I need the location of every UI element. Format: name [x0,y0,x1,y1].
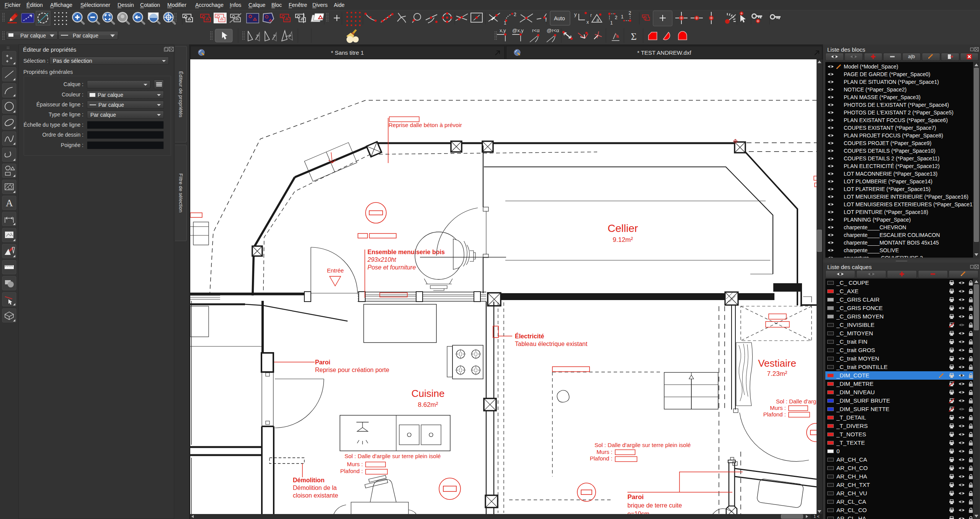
svg-text:9.12m²: 9.12m² [613,236,633,243]
svg-text:A: A [6,197,13,209]
svg-text:r: r [590,13,592,18]
svg-text:Tableau électrique existant: Tableau électrique existant [515,341,588,347]
svg-text:Murs :: Murs : [347,461,363,467]
svg-text:Plafond :: Plafond : [763,411,786,418]
svg-text:Plafond :: Plafond : [340,468,363,474]
svg-text:brique de terre cuite: brique de terre cuite [627,502,682,509]
svg-text:Reprise pour création porte: Reprise pour création porte [315,367,389,373]
svg-text:Électricité: Électricité [515,333,544,339]
svg-text:Cellier: Cellier [608,222,638,234]
svg-text:x: x [586,19,589,25]
svg-text:8.62m²: 8.62m² [418,401,438,408]
svg-text:2: 2 [629,10,631,16]
svg-text:Vestiaire: Vestiaire [758,357,796,369]
svg-text:x,y: x,y [500,28,506,33]
svg-text:Ensemble menuiserie bois: Ensemble menuiserie bois [368,249,445,255]
svg-text:Sol : Dalle d'argile sur terre: Sol : Dalle d'argile sur terre plein iso… [595,442,691,448]
svg-text:@r<α: @r<α [547,28,559,33]
svg-text:Démolition: Démolition [293,477,325,483]
svg-text:Σ: Σ [631,31,637,42]
svg-text:Murs :: Murs : [770,405,786,411]
svg-text:Cuisine: Cuisine [412,388,445,399]
svg-text:Pose et fourniture: Pose et fourniture [368,264,416,271]
svg-text:Paroi: Paroi [315,359,330,366]
svg-text:7.23m²: 7.23m² [767,370,787,377]
svg-text:Plafond :: Plafond : [590,455,612,462]
svg-text:cloison existante: cloison existante [293,492,338,499]
svg-text:2: 2 [615,15,617,20]
svg-text:1: 1 [610,20,613,26]
svg-text:293x210ht: 293x210ht [367,256,396,263]
svg-text:e=10cm: e=10cm [627,511,649,514]
svg-text:Auto: Auto [554,15,565,21]
svg-text:Entrée: Entrée [327,267,344,274]
svg-text:r<α: r<α [532,28,540,33]
svg-text:Paroi: Paroi [627,493,644,501]
svg-text:@x,y: @x,y [512,28,524,33]
svg-text:2: 2 [514,12,516,17]
svg-text:y: y [574,11,577,17]
svg-text:1: 1 [621,14,624,20]
svg-text:Par calque: Par calque [20,33,46,39]
svg-text:Sol : Dalle d'argile sur terre: Sol : Dalle d'argile sur terre plein iso… [345,453,441,459]
svg-text:a: a [596,17,599,23]
svg-text:Sol : Dalle d'argile: Sol : Dalle d'argile [776,398,817,405]
svg-text:1: 1 [504,20,506,26]
svg-text:Par calque: Par calque [73,33,98,39]
svg-text:Murs :: Murs : [596,449,612,455]
svg-text:Démolition de la: Démolition de la [293,485,337,491]
svg-text:Reprise dalle béton à prévoir: Reprise dalle béton à prévoir [389,122,462,128]
